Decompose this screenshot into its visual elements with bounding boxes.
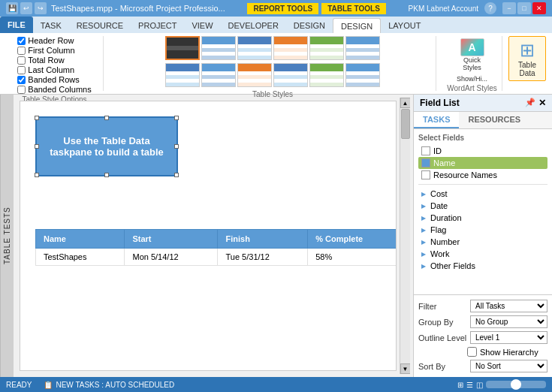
banded-rows-input[interactable] [17,76,26,84]
table-style-blue1[interactable] [201,36,236,60]
last-column-input[interactable] [17,66,26,74]
minimize-button[interactable]: − [502,2,516,14]
col-complete: % Complete [308,230,397,249]
table-row[interactable]: TestShapes Mon 5/14/12 Tue 5/31/12 58% [36,249,397,266]
maximize-button[interactable]: □ [517,2,531,14]
show-hide-button[interactable]: Show/Hi... [457,75,487,83]
handle-tc[interactable] [104,116,109,120]
tab-view[interactable]: VIEW [184,18,220,33]
tab-design[interactable]: DESIGN [286,18,333,33]
vertical-scrollbar[interactable]: ▲ ▼ [400,98,410,374]
banded-columns-input[interactable] [17,86,26,94]
field-resource-names-label: Resource Names [433,170,497,179]
status-bar-icon-2[interactable]: ☰ [466,381,473,389]
sort-by-select[interactable]: No Sort [470,360,547,372]
tab-resource[interactable]: RESOURCE [69,18,131,33]
save-icon[interactable]: 💾 [6,2,18,14]
field-list-body: Select Fields ID Name Resource Names Cos… [414,129,552,294]
window-title: TestShapes.mpp - Microsoft Project Profe… [51,4,225,13]
status-bar-icon-3[interactable]: ◫ [476,381,483,389]
handle-br[interactable] [174,173,179,177]
tab-project[interactable]: PROJECT [131,18,184,33]
table-data-button[interactable]: ⊞ Table Data [508,36,546,81]
outline-level-select[interactable]: Level 1 [470,331,547,344]
close-field-list-button[interactable]: ✕ [538,98,546,108]
quick-styles-button[interactable]: A Quick Styles [457,36,488,74]
pin-icon[interactable]: 📌 [525,98,535,108]
tab-developer[interactable]: DEVELOPER [221,18,286,33]
field-name-checkbox[interactable] [421,158,430,167]
help-icon[interactable]: ? [484,2,496,14]
tab-layout[interactable]: LAYOUT [381,18,428,33]
field-date[interactable]: Date [418,200,547,212]
group-by-label: Group By [418,318,467,327]
new-tasks-label: NEW TASKS : AUTO SCHEDULED [56,381,174,389]
scroll-down-button[interactable]: ▼ [400,363,411,374]
table-style-orange2[interactable] [237,63,272,87]
table-style-blue5[interactable] [201,63,236,87]
tab-design-active[interactable]: DESIGN [333,18,381,33]
undo-icon[interactable]: ↩ [20,2,32,14]
status-ready: READY [6,381,32,389]
zoom-slider[interactable] [486,381,546,388]
field-id[interactable]: ID [418,145,547,157]
field-list-header: Field List 📌 ✕ [414,95,552,112]
field-flag[interactable]: Flag [418,224,547,236]
field-work[interactable]: Work [418,248,547,260]
sort-by-label: Sort By [418,362,467,371]
canvas-area[interactable]: Use the Table Data taskpane to build a t… [20,101,397,371]
field-resource-names-checkbox[interactable] [421,170,430,179]
field-cost[interactable]: Cost [418,188,547,200]
scroll-track[interactable] [400,108,410,363]
show-hierarchy-checkbox[interactable] [467,347,477,357]
filter-select[interactable]: All Tasks [470,300,547,312]
scroll-thumb[interactable] [401,109,410,139]
tab-task[interactable]: TASK [33,18,69,33]
first-column-input[interactable] [17,47,26,55]
table-style-orange1[interactable] [273,36,308,60]
banded-columns-checkbox[interactable]: Banded Columns [17,85,91,94]
group-by-select[interactable]: No Group [470,315,547,328]
close-button[interactable]: ✕ [532,2,546,14]
field-number[interactable]: Number [418,236,547,248]
handle-mr[interactable] [174,144,179,149]
handle-bc[interactable] [104,173,109,177]
handle-tr[interactable] [174,116,179,120]
field-name[interactable]: Name [418,157,547,169]
status-bar-icon-1[interactable]: ⊞ [457,381,463,389]
table-data-icon: ⊞ [520,40,535,61]
table-style-blue6[interactable] [273,63,308,87]
table-style-blue4[interactable] [165,63,200,87]
total-row-checkbox[interactable]: Total Row [17,56,91,65]
first-column-checkbox[interactable]: First Column [17,46,91,55]
redo-icon[interactable]: ↪ [35,2,47,14]
header-row-input[interactable] [17,37,26,45]
field-resource-names[interactable]: Resource Names [418,169,547,181]
table-tools-tab-title: TABLE TOOLS [321,3,386,14]
table-style-green1[interactable] [309,36,344,60]
text-box[interactable]: Use the Table Data taskpane to build a t… [35,116,178,176]
banded-rows-checkbox[interactable]: Banded Rows [17,75,91,84]
field-other-fields[interactable]: Other Fields [418,260,547,272]
scroll-up-button[interactable]: ▲ [400,98,411,108]
zoom-thumb[interactable] [511,379,521,390]
field-duration[interactable]: Duration [418,212,547,224]
quick-styles-icon: A [460,38,484,56]
table-style-blue7[interactable] [345,63,380,87]
tab-resources[interactable]: RESOURCES [459,112,529,128]
table-style-blue3[interactable] [345,36,380,60]
tab-file[interactable]: FILE [0,17,33,33]
field-list-title: Field List [420,98,460,108]
handle-tl[interactable] [35,116,39,120]
field-id-checkbox[interactable] [421,146,430,155]
last-column-checkbox[interactable]: Last Column [17,65,91,74]
total-row-input[interactable] [17,56,26,65]
handle-ml[interactable] [35,144,39,149]
table-style-dark[interactable] [165,36,200,60]
table-style-green2[interactable] [309,63,344,87]
table-style-blue2[interactable] [237,36,272,60]
header-row-checkbox[interactable]: Header Row [17,36,91,45]
cell-complete: 58% [308,249,397,266]
handle-bl[interactable] [35,173,39,177]
tab-tasks[interactable]: TASKS [414,112,459,128]
